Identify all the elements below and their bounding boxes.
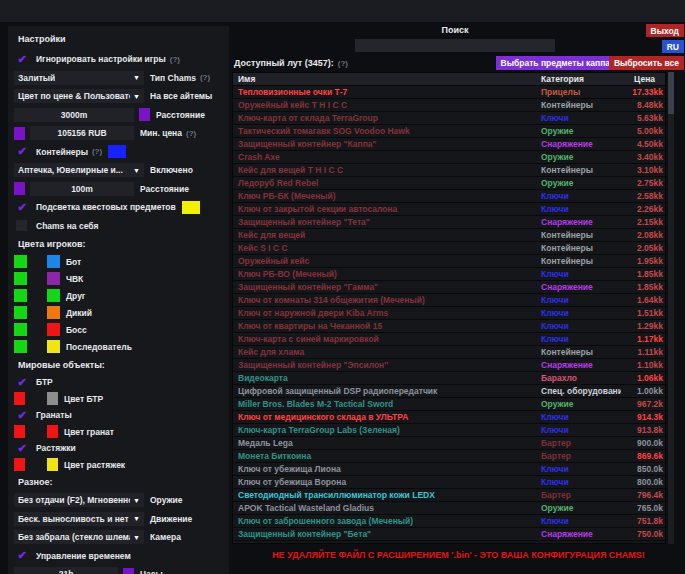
- table-row[interactable]: Ключ от убежища ЛионаКлючи850.0k: [233, 463, 665, 476]
- drop-all-button[interactable]: Выбросить все: [609, 56, 684, 70]
- player-hidden-color-swatch[interactable]: [47, 306, 60, 319]
- table-row[interactable]: Защищенный контейнер "Тета"Снаряжение2.1…: [233, 216, 665, 229]
- checkbox-checked-icon[interactable]: ✔: [14, 442, 30, 455]
- grenade-color-swatch-1[interactable]: [14, 425, 25, 438]
- min-price-input[interactable]: 105156 RUB: [30, 126, 134, 140]
- exit-button[interactable]: Выход: [646, 24, 684, 37]
- player-visible-color-swatch[interactable]: [14, 306, 27, 319]
- setting-quest-highlight[interactable]: ✔ Подсветка квестовых предметов: [14, 200, 225, 214]
- containers-color-swatch[interactable]: [108, 145, 126, 158]
- btr-color-swatch-2[interactable]: [47, 392, 58, 405]
- setting-ignore-game[interactable]: ✔ Игнорировать настройки игры (?): [14, 52, 225, 66]
- player-visible-color-swatch[interactable]: [14, 255, 27, 268]
- hours-input[interactable]: 21h: [14, 567, 118, 574]
- setting-containers[interactable]: ✔ Контейнеры (?): [14, 145, 225, 159]
- tripwire-color-swatch-1[interactable]: [14, 458, 25, 471]
- column-header-category[interactable]: Категория: [541, 73, 621, 85]
- player-hidden-color-swatch[interactable]: [47, 289, 60, 302]
- table-row[interactable]: Светодиодный трансиллюминатор кожи LEDXБ…: [233, 489, 665, 502]
- table-row[interactable]: Кейс для хламаКонтейнеры1.11kk: [233, 346, 665, 359]
- table-row[interactable]: Ключ от квартиры на Чеканной 15Ключи1.29…: [233, 320, 665, 333]
- checkbox-checked-icon[interactable]: ✔: [14, 201, 30, 214]
- checkbox-unchecked-icon[interactable]: [16, 220, 27, 231]
- table-row[interactable]: Ключ от закрытой секции автосалонаКлючи2…: [233, 203, 665, 216]
- help-icon[interactable]: (?): [200, 73, 210, 82]
- quest-color-swatch[interactable]: [182, 201, 200, 214]
- min-price-color-swatch[interactable]: [14, 127, 25, 140]
- checkbox-checked-icon[interactable]: ✔: [14, 376, 30, 389]
- table-row[interactable]: Ключ-карта от склада TerraGroupКлючи5.63…: [233, 112, 665, 125]
- checkbox-checked-icon[interactable]: ✔: [14, 145, 30, 158]
- btr-color-swatch-1[interactable]: [14, 392, 25, 405]
- table-row[interactable]: Защищенный контейнер "Каппа"Снаряжение4.…: [233, 138, 665, 151]
- checkbox-checked-icon[interactable]: ✔: [14, 53, 30, 66]
- table-scrollbar[interactable]: [668, 72, 674, 544]
- tripwire-color-swatch-2[interactable]: [47, 458, 58, 471]
- checkbox-checked-icon[interactable]: ✔: [14, 409, 30, 422]
- weapon-dropdown[interactable]: Без отдачи (F2), Мгновенное п ▼: [14, 493, 144, 507]
- player-hidden-color-swatch[interactable]: [47, 255, 60, 268]
- help-icon[interactable]: (?): [338, 59, 348, 68]
- help-icon[interactable]: (?): [170, 55, 180, 64]
- player-hidden-color-swatch[interactable]: [47, 272, 60, 285]
- table-row[interactable]: Ключ от медицинского склада в УЛЬТРАКлюч…: [233, 411, 665, 424]
- table-row[interactable]: Ключ-карта с фиолетовой маркировкойКлючи…: [233, 541, 665, 544]
- setting-tripwires[interactable]: ✔ Растяжки: [14, 442, 225, 455]
- table-row[interactable]: Miller Bros. Blades M-2 Tactical SwordОр…: [233, 398, 665, 411]
- distance-color-swatch[interactable]: [139, 108, 150, 121]
- setting-time-control[interactable]: ✔ Управление временем: [14, 549, 225, 563]
- table-row[interactable]: Ключ от наружной двери Kiba ArmsКлючи1.5…: [233, 307, 665, 320]
- table-row[interactable]: Ключ от убежища ВоронаКлючи800.0k: [233, 476, 665, 489]
- setting-btr[interactable]: ✔ БТР: [14, 376, 225, 389]
- search-input[interactable]: [355, 39, 555, 52]
- table-row[interactable]: Ключ от заброшенного завода (Меченый)Клю…: [233, 515, 665, 528]
- player-visible-color-swatch[interactable]: [14, 340, 27, 353]
- chams-type-dropdown[interactable]: Залитый ▼: [14, 71, 144, 85]
- select-kappa-items-button[interactable]: Выбрать предметы каппа: [496, 56, 615, 70]
- containers-distance-input[interactable]: 100m: [30, 182, 134, 196]
- table-row[interactable]: Кейс S I C CКонтейнеры2.05kk: [233, 242, 665, 255]
- table-row[interactable]: Кейс для вещейКонтейнеры2.08kk: [233, 229, 665, 242]
- distance-input[interactable]: 3000m: [14, 108, 134, 122]
- table-row[interactable]: Тепловизионные очки Т-7Прицелы17.33kk: [233, 86, 665, 99]
- column-header-name[interactable]: Имя: [233, 73, 541, 85]
- hours-color-swatch[interactable]: [123, 568, 134, 574]
- player-hidden-color-swatch[interactable]: [47, 340, 60, 353]
- table-row[interactable]: Crash AxeОружие3.40kk: [233, 151, 665, 164]
- player-visible-color-swatch[interactable]: [14, 323, 27, 336]
- movement-dropdown[interactable]: Беск. выносливость и нет уста ▼: [14, 512, 144, 526]
- table-row[interactable]: Защищенный контейнер "Эпсилон"Снаряжение…: [233, 359, 665, 372]
- table-row[interactable]: Кейс для вещей T H I C CКонтейнеры3.10kk: [233, 164, 665, 177]
- table-row[interactable]: Ключ-карта TerraGroup Labs (Зеленая)Ключ…: [233, 424, 665, 437]
- table-row[interactable]: Цифровой защищенный DSP радиопередатчикС…: [233, 385, 665, 398]
- table-row[interactable]: Оружейный кейс T H I C CКонтейнеры8.48kk: [233, 99, 665, 112]
- scrollbar-thumb[interactable]: [668, 72, 674, 114]
- checkbox-checked-icon[interactable]: ✔: [14, 549, 30, 562]
- table-row[interactable]: Ледоруб Red RebelОружие2.75kk: [233, 177, 665, 190]
- player-visible-color-swatch[interactable]: [14, 272, 27, 285]
- table-row[interactable]: Ключ РБ-ВО (Меченый)Ключи1.85kk: [233, 268, 665, 281]
- table-row[interactable]: Ключ от комнаты 314 общежития (Меченый)К…: [233, 294, 665, 307]
- setting-grenades[interactable]: ✔ Гранаты: [14, 409, 225, 422]
- table-row[interactable]: Защищенный контейнер "Бета"Снаряжение750…: [233, 528, 665, 541]
- player-visible-color-swatch[interactable]: [14, 289, 27, 302]
- table-row[interactable]: Ключ-карта с синей маркировкойКлючи1.17k…: [233, 333, 665, 346]
- setting-chams-self[interactable]: Chams на себя: [14, 219, 225, 233]
- table-row[interactable]: Защищенный контейнер "Гамма"Снаряжение1.…: [233, 281, 665, 294]
- help-icon[interactable]: (?): [92, 147, 102, 156]
- containers-distance-color-swatch[interactable]: [14, 182, 25, 195]
- table-row[interactable]: Медаль LegaБартер900.0k: [233, 437, 665, 450]
- table-row[interactable]: Оружейный кейсКонтейнеры1.95kk: [233, 255, 665, 268]
- table-row[interactable]: Ключ РБ-БК (Меченый)Ключи2.58kk: [233, 190, 665, 203]
- color-mode-dropdown[interactable]: Цвет по цене & Пользователь ▼: [14, 89, 144, 103]
- column-header-price[interactable]: Цена: [621, 73, 665, 85]
- containers-filter-dropdown[interactable]: Аптечка, Ювелирные и... ▼: [14, 163, 144, 177]
- table-row[interactable]: Монета БиткоинаБартер869.6k: [233, 450, 665, 463]
- table-row[interactable]: APOK Tactical Wasteland GladiusОружие765…: [233, 502, 665, 515]
- player-hidden-color-swatch[interactable]: [47, 323, 60, 336]
- help-icon[interactable]: (?): [186, 129, 196, 138]
- table-row[interactable]: ВидеокартаБарахло1.06kk: [233, 372, 665, 385]
- grenade-color-swatch-2[interactable]: [47, 425, 58, 438]
- language-button[interactable]: RU: [662, 40, 684, 53]
- table-row[interactable]: Тактический томагавк SOG Voodoo HawkОруж…: [233, 125, 665, 138]
